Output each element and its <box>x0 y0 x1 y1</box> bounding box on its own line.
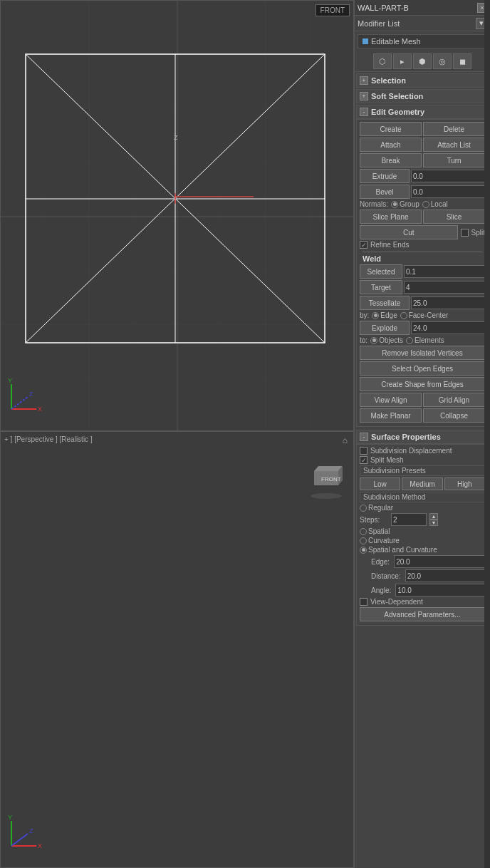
spatial-radio[interactable]: Spatial <box>360 527 390 535</box>
local-radio-dot[interactable] <box>422 201 429 208</box>
steps-spinner[interactable]: ▲ ▼ <box>429 513 438 526</box>
edit-geometry-header[interactable]: - Edit Geometry <box>356 105 489 119</box>
tool-icons-row: ⬡ ▸ ⬢ ◎ ◼ <box>355 51 490 72</box>
medium-button[interactable]: Medium <box>402 477 442 490</box>
elements-radio[interactable]: Elements <box>406 336 444 344</box>
group-radio-dot[interactable] <box>391 201 398 208</box>
soft-selection-header[interactable]: + Soft Selection <box>356 89 489 103</box>
high-button[interactable]: High <box>444 477 485 490</box>
steps-input[interactable] <box>391 513 427 526</box>
surface-properties-toggle[interactable]: - <box>360 433 368 441</box>
curvature-radio[interactable]: Curvature <box>360 537 400 544</box>
view-dependent-checkbox[interactable] <box>360 598 368 606</box>
soft-selection-toggle[interactable]: + <box>360 92 368 100</box>
delete-button[interactable]: Delete <box>423 122 485 136</box>
spatial-curvature-radio[interactable]: Spatial and Curvature <box>360 546 437 554</box>
selection-header[interactable]: + Selection <box>356 73 489 88</box>
viewport-front[interactable]: z X Y Z FRONT <box>0 0 354 431</box>
angle-label: Angle: <box>371 587 394 594</box>
angle-input[interactable] <box>395 584 490 596</box>
extrude-input[interactable] <box>411 170 490 182</box>
grid-align-button[interactable]: Grid Align <box>423 393 485 407</box>
right-panel-scrollbar[interactable] <box>484 0 490 868</box>
slice-plane-button[interactable]: Slice Plane <box>360 210 422 224</box>
surface-properties-content: Subdivision Displacement Split Mesh Subd… <box>356 444 489 626</box>
edge-value-input[interactable] <box>394 555 489 568</box>
spatial-radio-dot[interactable] <box>360 528 367 535</box>
subdivision-displacement-checkbox[interactable] <box>360 447 368 455</box>
attach-list-button[interactable]: Attach List <box>423 138 485 152</box>
polygon-tool[interactable]: ◎ <box>433 53 452 69</box>
element-tool[interactable]: ◼ <box>453 53 471 69</box>
collapse-button[interactable]: Collapse <box>423 408 485 423</box>
edge-radio-dot[interactable] <box>372 312 379 319</box>
spatial-curvature-radio-row: Spatial and Curvature <box>360 546 485 554</box>
low-button[interactable]: Low <box>360 477 400 490</box>
selection-toggle[interactable]: + <box>360 76 368 85</box>
split-mesh-checkbox[interactable] <box>360 456 368 464</box>
object-title: WALL-PART-B <box>358 4 477 12</box>
create-shape-button[interactable]: Create Shape from Edges <box>360 377 485 391</box>
edge-radio[interactable]: Edge <box>372 311 397 319</box>
remove-isolated-button[interactable]: Remove Isolated Vertices <box>360 346 485 360</box>
home-icon[interactable]: ⌂ <box>343 435 348 445</box>
bevel-button[interactable]: Bevel <box>360 185 410 199</box>
low-med-high-row: Low Medium High <box>360 477 485 490</box>
view-align-button[interactable]: View Align <box>360 393 422 407</box>
extrude-button[interactable]: Extrude <box>360 169 410 183</box>
weld-selected-button[interactable]: Selected <box>360 264 402 279</box>
vertex-tool[interactable]: ⬡ <box>373 53 392 69</box>
weld-target-button[interactable]: Target <box>360 280 402 294</box>
break-button[interactable]: Break <box>360 153 422 167</box>
face-tool[interactable]: ⬢ <box>413 53 432 69</box>
bevel-input[interactable] <box>411 185 490 198</box>
slice-button[interactable]: Slice <box>423 210 485 224</box>
advanced-params-button[interactable]: Advanced Parameters... <box>360 607 485 621</box>
cut-button[interactable]: Cut <box>360 225 458 239</box>
surface-properties-header[interactable]: - Surface Properties <box>356 430 489 444</box>
steps-up[interactable]: ▲ <box>429 513 438 520</box>
create-button[interactable]: Create <box>360 122 422 136</box>
explode-input[interactable] <box>411 321 490 334</box>
split-checkbox[interactable] <box>461 229 469 237</box>
regular-radio-dot[interactable] <box>360 505 367 512</box>
editable-mesh-item[interactable]: Editable Mesh <box>358 34 487 48</box>
modifier-list-row[interactable]: Modifier List ▾ <box>355 16 490 31</box>
attach-button[interactable]: Attach <box>360 138 422 152</box>
steps-down[interactable]: ▼ <box>429 520 438 526</box>
curvature-label: Curvature <box>368 537 400 544</box>
explode-button[interactable]: Explode <box>360 321 410 335</box>
local-radio[interactable]: Local <box>422 200 448 208</box>
edit-geometry-content: Create Delete Attach Attach List Break T… <box>356 119 489 427</box>
right-panel: WALL-PART-B × Modifier List ▾ Editable M… <box>354 0 490 868</box>
spatial-curvature-radio-dot[interactable] <box>360 547 367 554</box>
weld-selected-input[interactable] <box>404 265 490 278</box>
turn-button[interactable]: Turn <box>423 153 485 167</box>
axis-indicator-front: X Y Z <box>8 377 47 416</box>
weld-target-input[interactable] <box>404 281 490 294</box>
curvature-radio-dot[interactable] <box>360 537 367 544</box>
group-radio[interactable]: Group <box>391 200 419 208</box>
edge-tool[interactable]: ▸ <box>393 53 412 69</box>
edit-geometry-toggle[interactable]: - <box>360 108 368 116</box>
viewport-front-label: FRONT <box>316 4 350 16</box>
refine-ends-checkbox[interactable] <box>360 241 368 249</box>
distance-input[interactable] <box>405 569 490 582</box>
view-dependent-label: View-Dependent <box>370 598 423 606</box>
tessellate-input[interactable] <box>411 296 490 309</box>
objects-radio-dot[interactable] <box>370 337 377 344</box>
face-center-radio[interactable]: Face-Center <box>400 311 449 319</box>
face-center-radio-dot[interactable] <box>400 312 407 319</box>
nav-cube[interactable]: FRONT <box>307 460 346 500</box>
viewport-perspective[interactable]: z X Y Z FRONT + ] [Perspective ] [Realis… <box>0 431 354 868</box>
regular-radio[interactable]: Regular <box>360 504 393 512</box>
select-open-edges-button[interactable]: Select Open Edges <box>360 361 485 376</box>
tessellate-button[interactable]: Tessellate <box>360 296 410 310</box>
objects-radio[interactable]: Objects <box>370 336 403 344</box>
spatial-label: Spatial <box>368 527 390 535</box>
view-dependent-row: View-Dependent <box>360 598 485 606</box>
svg-text:FRONT: FRONT <box>321 476 341 482</box>
elements-radio-dot[interactable] <box>406 337 413 344</box>
make-planar-button[interactable]: Make Planar <box>360 408 422 423</box>
viewport-perspective-label: + ] [Perspective ] [Realistic ] <box>4 435 93 443</box>
